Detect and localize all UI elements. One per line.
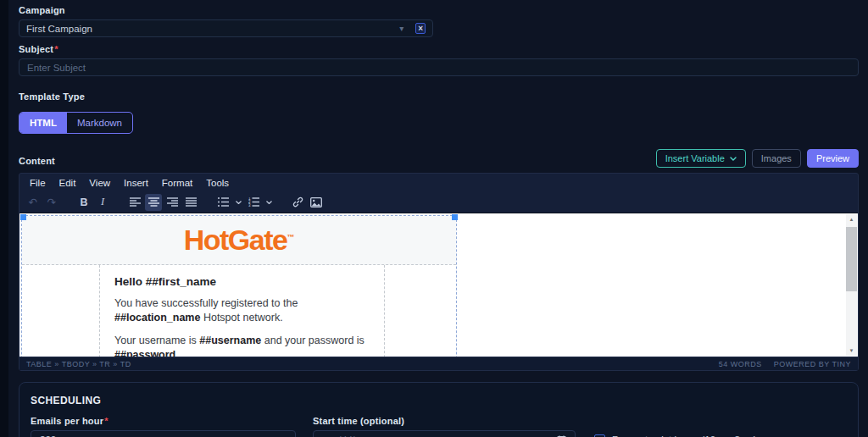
chevron-down-icon	[730, 157, 737, 161]
template-type-html-button[interactable]: HTML	[19, 113, 67, 133]
content-actions: Insert Variable Images Preview	[656, 149, 859, 168]
campaign-select[interactable]: First Campaign ▾ ×	[19, 19, 433, 37]
subject-required-mark: *	[54, 44, 58, 54]
email-paragraph-1: You have successfully registered to the …	[114, 296, 370, 325]
start-time-field: Start time (optional) mm/dd/yyyy, --:--:…	[313, 416, 576, 437]
email-body-cell[interactable]: Hello ##first_name You have successfully…	[99, 265, 385, 357]
emails-per-hour-input[interactable]: 200	[31, 430, 296, 437]
scroll-up-icon[interactable]: ▲	[846, 214, 857, 224]
editor-statusbar: TABLE » TBODY » TR » TD 54 WORDS POWERED…	[19, 357, 858, 370]
image-icon[interactable]	[308, 194, 325, 211]
scroll-down-icon[interactable]: ▼	[846, 346, 857, 356]
word-count[interactable]: 54 WORDS	[719, 360, 762, 368]
template-type-markdown-button[interactable]: Markdown	[67, 113, 132, 133]
subject-input[interactable]: Enter Subject	[19, 58, 859, 76]
menu-format[interactable]: Format	[155, 176, 199, 190]
email-template-table[interactable]: HotGate™ Hello ##first_name You have suc…	[21, 215, 457, 357]
bullet-list-chevron-icon[interactable]	[233, 194, 243, 211]
numbered-list-chevron-icon[interactable]	[264, 194, 274, 211]
emails-per-hour-field: Emails per hour* 200	[31, 416, 296, 437]
emails-per-hour-required-mark: *	[104, 416, 108, 426]
redo-icon[interactable]: ↷	[43, 194, 60, 211]
menu-insert[interactable]: Insert	[117, 176, 155, 190]
numbered-list-icon[interactable]: 123	[245, 194, 262, 211]
editor-toolbar: ↶ ↷ B I	[19, 191, 858, 213]
align-left-icon[interactable]	[126, 194, 143, 211]
start-time-label: Start time (optional)	[313, 416, 576, 426]
rich-text-editor: File Edit View Insert Format Tools ↶ ↷ B…	[19, 173, 859, 371]
link-icon[interactable]	[289, 194, 306, 211]
scheduling-fields-row: Emails per hour* 200 Start time (optiona…	[31, 416, 847, 437]
quiet-hours-checkbox[interactable]	[594, 434, 605, 437]
emails-per-hour-label: Emails per hour*	[31, 416, 296, 426]
align-right-icon[interactable]	[164, 194, 181, 211]
subject-placeholder: Enter Subject	[27, 63, 86, 73]
element-path[interactable]: TABLE » TBODY » TR » TD	[26, 360, 131, 368]
subject-label-text: Subject	[19, 44, 53, 54]
subject-label: Subject*	[19, 44, 859, 54]
campaign-selected-value: First Campaign	[26, 24, 399, 34]
undo-icon[interactable]: ↶	[25, 194, 42, 211]
align-center-icon[interactable]	[145, 194, 162, 211]
left-edge-strip	[0, 0, 8, 437]
menu-edit[interactable]: Edit	[53, 176, 83, 190]
editor-scrollbar[interactable]: ▲ ▼	[846, 214, 857, 356]
caret-down-icon[interactable]: ▾	[399, 24, 403, 33]
editor-content-area[interactable]: HotGate™ Hello ##first_name You have suc…	[19, 213, 858, 357]
template-type-toggle: HTML Markdown	[19, 112, 133, 134]
content-header-row: Content Insert Variable Images Preview	[19, 149, 859, 168]
campaign-editor-page: Campaign First Campaign ▾ × Subject* Ent…	[8, 0, 868, 437]
menu-tools[interactable]: Tools	[199, 176, 236, 190]
email-header-cell[interactable]: HotGate™	[22, 216, 456, 265]
menu-view[interactable]: View	[82, 176, 117, 190]
scheduling-panel: SCHEDULING Emails per hour* 200 Start ti…	[19, 382, 859, 437]
menu-file[interactable]: File	[23, 176, 53, 190]
align-justify-icon[interactable]	[182, 194, 199, 211]
preview-button[interactable]: Preview	[807, 149, 859, 168]
scheduling-title: SCHEDULING	[31, 395, 847, 407]
start-time-input[interactable]: mm/dd/yyyy, --:--:--. -- --	[313, 430, 576, 437]
emails-per-hour-label-text: Emails per hour	[31, 416, 103, 426]
clear-selection-icon[interactable]: ×	[415, 23, 426, 34]
email-greeting: Hello ##first_name	[114, 275, 370, 288]
insert-variable-label: Insert Variable	[665, 153, 725, 163]
powered-by-tiny[interactable]: POWERED BY TINY	[774, 360, 851, 368]
insert-variable-button[interactable]: Insert Variable	[656, 149, 746, 168]
scrollbar-thumb[interactable]	[846, 227, 857, 291]
bullet-list-icon[interactable]	[214, 194, 231, 211]
editor-menubar: File Edit View Insert Format Tools	[19, 174, 858, 191]
italic-icon[interactable]: I	[94, 194, 111, 211]
logo-text: HotGate	[184, 224, 287, 256]
quiet-hours-group: Respect quiet hours (10pm–8am)	[594, 430, 757, 437]
template-type-label: Template Type	[19, 91, 859, 102]
logo-trademark: ™	[287, 233, 294, 241]
campaign-label: Campaign	[19, 5, 859, 15]
hotgate-logo: HotGate™	[184, 224, 295, 257]
bold-icon[interactable]: B	[75, 194, 92, 211]
svg-text:3: 3	[248, 203, 251, 207]
images-button[interactable]: Images	[752, 149, 801, 168]
email-paragraph-2: Your username is ##username and your pas…	[114, 334, 370, 357]
content-label: Content	[19, 156, 55, 166]
table-resize-handle-top-right[interactable]	[452, 214, 458, 220]
table-resize-handle-top-left[interactable]	[20, 214, 26, 220]
